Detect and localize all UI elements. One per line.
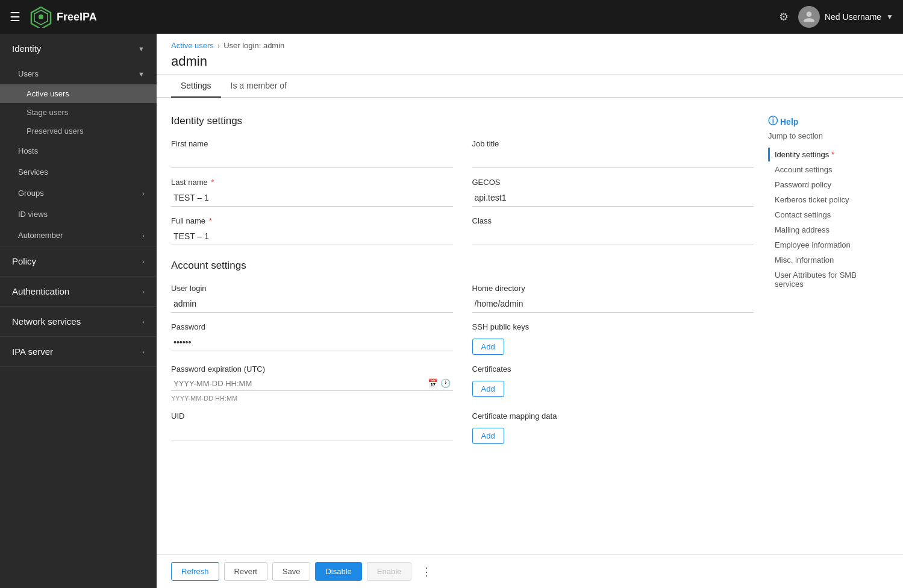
last-name-required-icon: * bbox=[211, 178, 214, 187]
sidebar-item-automember[interactable]: Automember › bbox=[0, 225, 157, 246]
sidebar-item-hosts[interactable]: Hosts bbox=[0, 140, 157, 161]
certificates-add-button[interactable]: Add bbox=[472, 381, 504, 397]
tab-is-member-of[interactable]: Is a member of bbox=[221, 75, 296, 98]
sidebar-item-ipa-server[interactable]: IPA server › bbox=[0, 337, 157, 366]
sidebar-item-network-services[interactable]: Network services › bbox=[0, 307, 157, 336]
full-name-label: Full name * bbox=[171, 216, 453, 225]
clock-icon[interactable]: 🕐 bbox=[440, 378, 451, 388]
more-actions-button[interactable]: ⋮ bbox=[416, 563, 437, 581]
groups-caret-icon: › bbox=[142, 190, 145, 197]
content-area: Active users › User login: admin admin S… bbox=[157, 34, 903, 588]
toc-item-employee-information[interactable]: Employee information bbox=[768, 238, 889, 252]
home-directory-input[interactable] bbox=[472, 295, 754, 313]
sidebar-section-identity: Identity ▼ Users ▼ Active users Stage us… bbox=[0, 34, 157, 246]
password-label: Password bbox=[171, 322, 453, 331]
svg-point-2 bbox=[39, 14, 43, 19]
job-title-field: Job title bbox=[472, 139, 754, 168]
class-field: Class bbox=[472, 216, 754, 245]
disable-button[interactable]: Disable bbox=[315, 562, 361, 581]
brand: FreeIPA bbox=[30, 6, 779, 28]
breadcrumb-parent[interactable]: Active users bbox=[171, 41, 214, 50]
breadcrumb-bar: Active users › User login: admin admin bbox=[157, 34, 903, 75]
user-login-field: User login bbox=[171, 284, 453, 313]
username-label: Ned Username bbox=[825, 12, 881, 22]
last-name-label: Last name * bbox=[171, 178, 453, 187]
password-expiration-input[interactable] bbox=[173, 379, 425, 388]
sidebar-item-users[interactable]: Users ▼ bbox=[0, 63, 157, 84]
job-title-label: Job title bbox=[472, 139, 754, 148]
revert-button[interactable]: Revert bbox=[224, 562, 267, 581]
sidebar-item-identity[interactable]: Identity ▼ bbox=[0, 34, 157, 63]
ssh-keys-add-button[interactable]: Add bbox=[472, 339, 504, 355]
save-button[interactable]: Save bbox=[272, 562, 311, 581]
identity-caret-icon: ▼ bbox=[138, 45, 145, 52]
sidebar-section-network-services: Network services › bbox=[0, 307, 157, 337]
toc-item-user-attributes-smb[interactable]: User Attributes for SMB services bbox=[768, 268, 889, 291]
account-settings-grid: User login Home directory bbox=[171, 284, 754, 444]
cert-mapping-add-button[interactable]: Add bbox=[472, 428, 504, 444]
sidebar-item-services[interactable]: Services bbox=[0, 161, 157, 183]
class-input[interactable] bbox=[472, 228, 754, 245]
automember-caret-icon: › bbox=[142, 232, 145, 239]
jump-to-section-label: Jump to section bbox=[768, 131, 889, 140]
refresh-button[interactable]: Refresh bbox=[171, 562, 219, 581]
sidebar-item-groups[interactable]: Groups › bbox=[0, 183, 157, 204]
user-caret-icon: ▼ bbox=[886, 13, 893, 21]
first-name-input[interactable] bbox=[171, 151, 453, 168]
sidebar-section-authentication: Authentication › bbox=[0, 277, 157, 307]
page-title: admin bbox=[171, 54, 889, 69]
full-name-input[interactable] bbox=[171, 228, 453, 245]
toc-item-misc-information[interactable]: Misc. information bbox=[768, 253, 889, 267]
calendar-icon[interactable]: 📅 bbox=[428, 378, 438, 388]
account-settings-section: Account settings User login Home bbox=[171, 260, 754, 444]
content-scroll: Identity settings First name Job title bbox=[157, 98, 903, 554]
toc-list: Identity settings * Account settings Pas… bbox=[768, 148, 889, 291]
toc-item-password-policy[interactable]: Password policy bbox=[768, 178, 889, 192]
toc-item-kerberos-ticket-policy[interactable]: Kerberos ticket policy bbox=[768, 193, 889, 207]
sidebar-item-active-users[interactable]: Active users bbox=[0, 84, 157, 103]
freeipa-logo-icon bbox=[30, 6, 52, 28]
toc-item-identity-settings[interactable]: Identity settings * bbox=[768, 148, 889, 161]
user-login-label: User login bbox=[171, 284, 453, 293]
cert-mapping-field: Certificate mapping data Add bbox=[472, 411, 754, 444]
certificates-field: Certificates Add bbox=[472, 364, 754, 402]
toc-item-mailing-address[interactable]: Mailing address bbox=[768, 223, 889, 237]
navbar: ☰ FreeIPA ⚙ Ned Username ▼ bbox=[0, 0, 903, 34]
job-title-input[interactable] bbox=[472, 151, 754, 168]
breadcrumb: Active users › User login: admin bbox=[171, 41, 889, 50]
first-name-label: First name bbox=[171, 139, 453, 148]
sidebar-item-authentication[interactable]: Authentication › bbox=[0, 277, 157, 306]
identity-settings-grid: First name Job title Last na bbox=[171, 139, 754, 245]
first-name-field: First name bbox=[171, 139, 453, 168]
user-login-input[interactable] bbox=[171, 295, 453, 313]
ssh-public-keys-label: SSH public keys bbox=[472, 322, 754, 331]
gear-icon[interactable]: ⚙ bbox=[779, 10, 789, 23]
avatar bbox=[798, 6, 820, 28]
toolbar: Refresh Revert Save Disable Enable ⋮ bbox=[157, 554, 903, 588]
full-name-required-icon: * bbox=[209, 216, 212, 225]
sidebar-item-stage-users[interactable]: Stage users bbox=[0, 103, 157, 122]
sidebar-item-preserved-users[interactable]: Preserved users bbox=[0, 122, 157, 140]
sidebar-item-id-views[interactable]: ID views bbox=[0, 204, 157, 225]
certificates-label: Certificates bbox=[472, 364, 754, 374]
gecos-input[interactable] bbox=[472, 189, 754, 207]
help-icon: ⓘ bbox=[768, 115, 778, 128]
hamburger-icon[interactable]: ☰ bbox=[10, 10, 20, 24]
uid-field: UID bbox=[171, 411, 453, 444]
password-expiration-row: 📅 🕐 bbox=[171, 376, 453, 391]
user-menu[interactable]: Ned Username ▼ bbox=[798, 6, 893, 28]
uid-label: UID bbox=[171, 411, 453, 421]
tab-settings[interactable]: Settings bbox=[171, 75, 221, 98]
enable-button: Enable bbox=[367, 562, 411, 581]
password-expiration-label: Password expiration (UTC) bbox=[171, 364, 453, 374]
password-input[interactable] bbox=[171, 334, 453, 351]
sidebar-section-policy: Policy › bbox=[0, 246, 157, 277]
ipa-server-caret-icon: › bbox=[142, 348, 145, 355]
sidebar-item-policy[interactable]: Policy › bbox=[0, 246, 157, 276]
toc-item-account-settings[interactable]: Account settings bbox=[768, 163, 889, 177]
toc-item-contact-settings[interactable]: Contact settings bbox=[768, 208, 889, 222]
help-label[interactable]: Help bbox=[780, 117, 798, 127]
uid-input[interactable] bbox=[171, 423, 453, 440]
last-name-input[interactable] bbox=[171, 189, 453, 207]
identity-submenu: Users ▼ Active users Stage users Preserv… bbox=[0, 63, 157, 246]
